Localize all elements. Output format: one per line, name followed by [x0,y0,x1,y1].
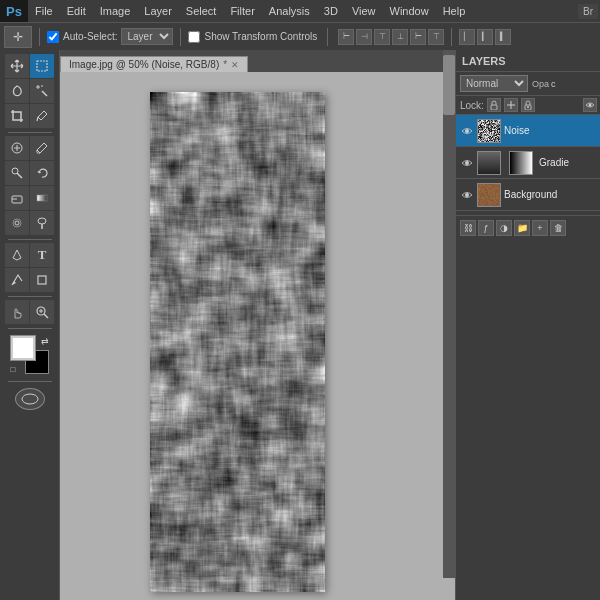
dodge-tool-btn[interactable] [30,211,54,235]
tool-divider-5 [8,381,52,382]
layer-item-noise[interactable]: Noise [456,115,600,147]
optionsbar: ✛ Auto-Select: Layer Group Show Transfor… [0,22,600,50]
spot-heal-btn[interactable] [5,136,29,160]
menu-window[interactable]: Window [383,2,436,20]
show-transform-checkbox[interactable] [188,31,200,43]
eyedropper-tool-btn[interactable] [30,104,54,128]
canvas-document [150,92,325,592]
move-tool-options[interactable]: ✛ [4,26,32,48]
layer-item-background[interactable]: Background [456,179,600,211]
tool-divider-3 [8,296,52,297]
divider3 [327,28,328,46]
layer-thumb-background [477,183,501,207]
menu-edit[interactable]: Edit [60,2,93,20]
align-bottom-icon[interactable]: ⊤ [428,29,444,45]
close-tab-icon[interactable]: ✕ [231,60,239,70]
zoom-tool-btn[interactable] [30,300,54,324]
path-select-btn[interactable] [5,268,29,292]
crop-tool-btn[interactable] [5,104,29,128]
add-style-btn[interactable]: ƒ [478,220,494,236]
foreground-color[interactable] [11,336,35,360]
ps-logo: Ps [0,0,28,22]
tab-label: Image.jpg @ 50% (Noise, RGB/8) [69,59,219,70]
color-swatch[interactable]: ⇄ □ [11,336,49,374]
menu-file[interactable]: File [28,2,60,20]
hand-tool-btn[interactable] [5,300,29,324]
layer-item-gradient[interactable]: Gradie [456,147,600,179]
canvas-scrollbar[interactable] [443,50,455,578]
align-middle-icon[interactable]: ⊢ [410,29,426,45]
swap-colors-icon[interactable]: ⇄ [41,336,49,346]
gradient-tool-btn[interactable] [30,186,54,210]
quick-mask-btn[interactable] [15,388,45,410]
link-layers-btn[interactable]: ⛓ [460,220,476,236]
layer-eye-gradient[interactable] [460,156,474,170]
autoselect-checkbox[interactable] [47,31,59,43]
move-tool-btn[interactable] [5,54,29,78]
align-left-icon[interactable]: ⊢ [338,29,354,45]
svg-point-31 [465,193,469,197]
pen-tool-btn[interactable] [5,243,29,267]
new-group-btn[interactable]: 📁 [514,220,530,236]
layer-eye-noise[interactable] [460,124,474,138]
bridge-button[interactable]: Br [578,4,598,19]
reset-colors-icon[interactable]: □ [11,365,16,374]
new-layer-btn[interactable]: + [532,220,548,236]
lock-pixels-icon[interactable] [487,98,501,112]
dist-right-icon[interactable]: ▍ [495,29,511,45]
svg-rect-30 [478,152,500,174]
delete-layer-btn[interactable]: 🗑 [550,220,566,236]
layers-controls: Normal Multiply Screen Overlay Dissolve … [456,72,600,96]
lock-position-icon[interactable] [583,98,597,112]
tools-panel: T ⇄ □ [0,50,60,600]
autoselect-type-select[interactable]: Layer Group [121,28,173,45]
noise-canvas [150,92,325,592]
menu-analysis[interactable]: Analysis [262,2,317,20]
canvas-tabs: Image.jpg @ 50% (Noise, RGB/8) * ✕ [60,50,455,72]
canvas-tab-image[interactable]: Image.jpg @ 50% (Noise, RGB/8) * ✕ [60,56,248,72]
tool-divider-1 [8,132,52,133]
svg-point-29 [465,161,469,165]
lock-move-icon[interactable] [504,98,518,112]
align-center-icon[interactable]: ⊣ [356,29,372,45]
menu-filter[interactable]: Filter [223,2,261,20]
opacity-colon: c [551,79,556,89]
layers-title: LAYERS [462,55,506,67]
blend-mode-select[interactable]: Normal Multiply Screen Overlay Dissolve [460,75,528,92]
selection-tool-btn[interactable] [30,54,54,78]
menu-help[interactable]: Help [436,2,473,20]
divider4 [451,28,452,46]
lasso-tool-btn[interactable] [5,79,29,103]
lock-row: Lock: [456,96,600,115]
canvas-area: Image.jpg @ 50% (Noise, RGB/8) * ✕ [60,50,455,600]
dist-left-icon[interactable]: ▏ [459,29,475,45]
menu-3d[interactable]: 3D [317,2,345,20]
history-brush-btn[interactable] [30,161,54,185]
dist-center-icon[interactable]: ▎ [477,29,493,45]
align-top-icon[interactable]: ⊥ [392,29,408,45]
clone-stamp-btn[interactable] [5,161,29,185]
transform-icons: ⊢ ⊣ ⊤ ⊥ ⊢ ⊤ [338,29,444,45]
menu-select[interactable]: Select [179,2,224,20]
add-mask-btn[interactable]: ◑ [496,220,512,236]
shape-tool-btn[interactable] [30,268,54,292]
menu-image[interactable]: Image [93,2,138,20]
brush-tool-btn[interactable] [30,136,54,160]
svg-line-5 [37,117,38,121]
layer-eye-background[interactable] [460,188,474,202]
magic-wand-btn[interactable] [30,79,54,103]
blur-tool-btn[interactable] [5,211,29,235]
menu-view[interactable]: View [345,2,383,20]
layer-mask-gradient [509,151,533,175]
bg-thumb-canvas [478,184,501,207]
align-right-icon[interactable]: ⊤ [374,29,390,45]
menu-layer[interactable]: Layer [137,2,179,20]
lock-all-icon[interactable] [521,98,535,112]
type-tool-btn[interactable]: T [30,243,54,267]
layers-panel: LAYERS Normal Multiply Screen Overlay Di… [456,50,600,240]
scroll-thumb[interactable] [443,55,455,115]
svg-rect-24 [491,105,497,110]
layer-name-noise: Noise [504,125,597,136]
eraser-tool-btn[interactable] [5,186,29,210]
main-area: T ⇄ □ [0,50,600,600]
